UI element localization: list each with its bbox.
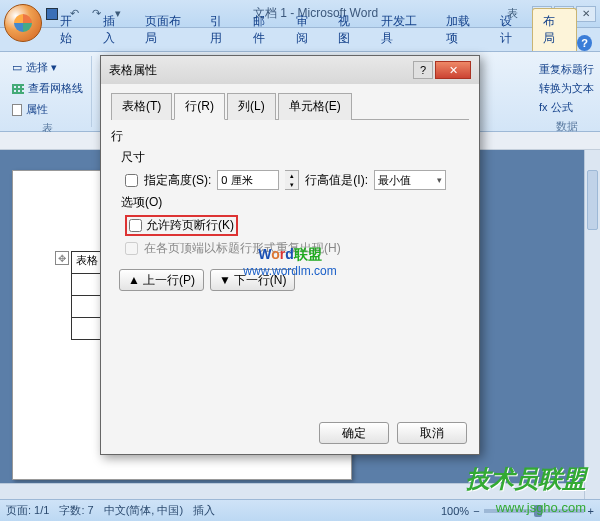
- gridlines-icon: [12, 84, 24, 94]
- zoom-value[interactable]: 100%: [441, 505, 469, 517]
- tab-home[interactable]: 开始: [50, 9, 93, 51]
- select-button[interactable]: ▭ 选择 ▾: [10, 58, 85, 77]
- close-button[interactable]: ✕: [576, 6, 596, 22]
- zoom-out-button[interactable]: −: [473, 505, 479, 517]
- height-spinner[interactable]: ▴▾: [285, 170, 299, 190]
- table-row: [72, 296, 102, 318]
- tab-developer[interactable]: 开发工具: [371, 9, 436, 51]
- vertical-scrollbar[interactable]: [584, 150, 600, 499]
- specify-height-label: 指定高度(S):: [144, 172, 211, 189]
- table-row: [72, 274, 102, 296]
- dialog-titlebar[interactable]: 表格属性 ? ✕: [101, 56, 479, 84]
- watermark: WordWord联盟联盟 www.wordlm.com: [243, 246, 336, 278]
- options-section-label: 选项(O): [121, 194, 469, 211]
- tab-references[interactable]: 引用: [200, 9, 243, 51]
- prev-row-button[interactable]: ▲上一行(P): [119, 269, 204, 291]
- formula-button[interactable]: fx 公式: [539, 100, 594, 115]
- bottom-watermark-url: www.jsgho.com: [496, 500, 586, 515]
- dialog-title: 表格属性: [109, 62, 157, 79]
- tab-design[interactable]: 设计: [490, 9, 533, 51]
- convert-text-button[interactable]: 转换为文本: [539, 81, 594, 96]
- document-table[interactable]: [71, 251, 102, 340]
- tab-pagelayout[interactable]: 页面布局: [135, 9, 200, 51]
- watermark-text: WordWord联盟联盟: [243, 246, 336, 264]
- tab-view[interactable]: 视图: [328, 9, 371, 51]
- ribbon-group-data: 重复标题行 转换为文本 fx 公式 数据: [539, 62, 594, 134]
- height-input[interactable]: 0 厘米: [217, 170, 279, 190]
- dialog-help-button[interactable]: ?: [413, 61, 433, 79]
- status-insert[interactable]: 插入: [193, 503, 215, 518]
- bottom-watermark-text: 技术员联盟: [466, 463, 586, 495]
- table-properties-dialog: 表格属性 ? ✕ 表格(T) 行(R) 列(L) 单元格(E) 行 尺寸 指定高…: [100, 55, 480, 455]
- row-height-mode-combo[interactable]: 最小值: [374, 170, 446, 190]
- row-section-label: 行: [111, 128, 469, 145]
- office-button[interactable]: [4, 4, 42, 42]
- dialog-tabs: 表格(T) 行(R) 列(L) 单元格(E): [111, 92, 469, 120]
- help-icon[interactable]: ?: [577, 35, 592, 51]
- repeat-header-checkbox[interactable]: [125, 242, 138, 255]
- zoom-in-button[interactable]: +: [588, 505, 594, 517]
- view-gridlines-button[interactable]: 查看网格线: [10, 79, 85, 98]
- dialog-tab-row[interactable]: 行(R): [174, 93, 225, 120]
- tab-addins[interactable]: 加载项: [436, 9, 490, 51]
- specify-height-checkbox[interactable]: [125, 174, 138, 187]
- arrow-down-icon: ▼: [219, 273, 231, 287]
- ribbon-tabs: 开始 插入 页面布局 引用 邮件 审阅 视图 开发工具 加载项 设计 布局 ?: [0, 28, 600, 52]
- status-lang[interactable]: 中文(简体, 中国): [104, 503, 183, 518]
- tab-layout[interactable]: 布局: [532, 8, 577, 51]
- ribbon-group-table: ▭ 选择 ▾ 查看网格线 属性 表: [4, 56, 92, 127]
- dialog-tab-column[interactable]: 列(L): [227, 93, 276, 120]
- status-page[interactable]: 页面: 1/1: [6, 503, 49, 518]
- allow-break-label: 允许跨页断行(K): [146, 217, 234, 234]
- status-words[interactable]: 字数: 7: [59, 503, 93, 518]
- dialog-tab-cell[interactable]: 单元格(E): [278, 93, 352, 120]
- tab-review[interactable]: 审阅: [286, 9, 329, 51]
- allow-break-highlight: 允许跨页断行(K): [125, 215, 238, 236]
- ok-button[interactable]: 确定: [319, 422, 389, 444]
- row-height-is-label: 行高值是(I):: [305, 172, 368, 189]
- allow-break-checkbox[interactable]: [129, 219, 142, 232]
- arrow-up-icon: ▲: [128, 273, 140, 287]
- properties-button[interactable]: 属性: [10, 100, 85, 119]
- properties-icon: [12, 104, 22, 116]
- dialog-tab-table[interactable]: 表格(T): [111, 93, 172, 120]
- dialog-close-button[interactable]: ✕: [435, 61, 471, 79]
- tab-insert[interactable]: 插入: [93, 9, 136, 51]
- tab-mailings[interactable]: 邮件: [243, 9, 286, 51]
- repeat-header-button[interactable]: 重复标题行: [539, 62, 594, 77]
- cancel-button[interactable]: 取消: [397, 422, 467, 444]
- table-row: [72, 252, 102, 274]
- watermark-url: www.wordlm.com: [243, 264, 336, 278]
- size-section-label: 尺寸: [121, 149, 469, 166]
- table-move-handle[interactable]: ✥: [55, 251, 69, 265]
- table-row: [72, 318, 102, 340]
